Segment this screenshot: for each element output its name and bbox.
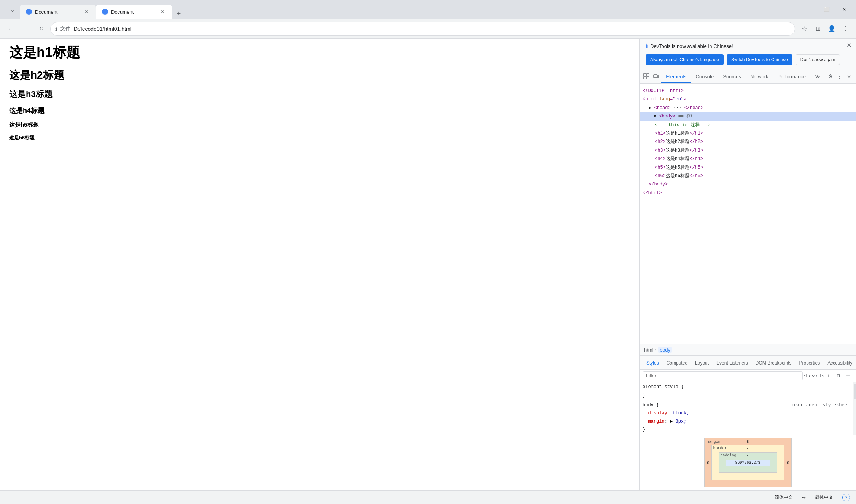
notification-close-button[interactable]: ✕ — [846, 42, 851, 49]
dom-line-h6[interactable]: <h6>这是h6标题</h6> — [640, 172, 856, 180]
styles-tab-event-listeners[interactable]: Event Listeners — [713, 357, 752, 369]
styles-tab-properties[interactable]: Properties — [796, 357, 824, 369]
extensions-button[interactable]: ⊞ — [812, 23, 824, 35]
heading-h6: 这是h6标题 — [9, 135, 630, 141]
hov-button[interactable]: :hov — [804, 371, 813, 380]
dom-line-h1[interactable]: <h1>这是h1标题</h1> — [640, 129, 856, 138]
breadcrumb-html[interactable]: html — [644, 347, 654, 353]
menu-button[interactable]: ⋮ — [839, 23, 851, 35]
margin-right-value: 8 — [786, 461, 789, 465]
content-size: 869×263.273 — [735, 461, 760, 465]
address-info-icon: ℹ — [55, 26, 57, 32]
svg-rect-5 — [657, 76, 659, 77]
margin-label: margin — [707, 440, 721, 444]
dom-line-html-close[interactable]: </html> — [640, 189, 856, 197]
back-button[interactable]: ← — [5, 23, 17, 35]
forward-button[interactable]: → — [20, 23, 32, 35]
content-area: 这是h1标题 这是h2标题 这是h3标题 这是h4标题 这是h5标题 这是h6标… — [0, 39, 856, 490]
new-tab-button[interactable]: + — [173, 8, 184, 19]
devtools-tabs: Elements Console Sources Network Perform… — [661, 69, 825, 83]
dom-line-head[interactable]: ▶ <head> ··· </head> — [640, 104, 856, 112]
svg-rect-0 — [644, 74, 646, 76]
status-bar: 简体中文 ⇔ 简体中文 ? — [0, 490, 856, 504]
tab-console[interactable]: Console — [691, 70, 719, 83]
box-model-container: margin 8 8 - 8 border - paddin — [640, 435, 856, 490]
svg-rect-1 — [647, 74, 649, 76]
margin-top-value: 8 — [746, 440, 749, 444]
padding-label: padding — [721, 453, 737, 458]
device-icon — [653, 73, 659, 79]
status-arrow: ⇔ — [802, 495, 806, 500]
dom-line-html[interactable]: <html lang="en"> — [640, 95, 856, 103]
dont-show-again-button[interactable]: Don't show again — [796, 54, 840, 65]
box-border: border - padding - 869×263.273 — [711, 445, 784, 480]
status-help[interactable]: ? — [842, 494, 850, 501]
dom-line-h3[interactable]: <h3>这是h3标题</h3> — [640, 146, 856, 155]
maximize-button[interactable]: ⬜ — [818, 2, 835, 17]
address-bar[interactable]: ℹ 文件 D:/fecode01/html01.html — [50, 22, 795, 36]
reload-button[interactable]: ↻ — [35, 23, 47, 35]
filter-input[interactable] — [643, 371, 803, 380]
close-button[interactable]: ✕ — [835, 2, 853, 17]
tab-1-close[interactable]: ✕ — [83, 8, 90, 15]
devtools-notification: ℹ DevTools is now available in Chinese! … — [640, 39, 856, 69]
box-margin: margin 8 8 - 8 border - paddin — [704, 438, 792, 487]
bookmark-button[interactable]: ☆ — [798, 23, 810, 35]
styles-scrollbar[interactable] — [853, 382, 856, 435]
tab-elements[interactable]: Elements — [661, 70, 691, 83]
tab-performance[interactable]: Performance — [773, 70, 810, 83]
dom-line-doctype[interactable]: <!DOCTYPE html> — [640, 87, 856, 95]
tab-list-btn[interactable]: ⌄ — [6, 3, 18, 16]
window-controls: – ⬜ ✕ — [800, 2, 853, 17]
computed-sidebar-button[interactable]: ☰ — [844, 371, 853, 380]
styles-tab-styles[interactable]: Styles — [643, 357, 663, 369]
minimize-button[interactable]: – — [800, 2, 818, 17]
tab-1-title: Document — [35, 9, 80, 15]
breadcrumb-body[interactable]: body — [658, 347, 672, 353]
tab-more[interactable]: ≫ — [810, 70, 825, 83]
dom-line-h4[interactable]: <h4>这是h4标题</h4> — [640, 155, 856, 163]
address-text: D:/fecode01/html01.html — [74, 26, 790, 32]
inspect-icon — [643, 73, 649, 79]
device-toolbar-button[interactable] — [652, 71, 660, 82]
inspect-element-button[interactable] — [643, 71, 651, 82]
cls-button[interactable]: .cls — [814, 371, 823, 380]
switch-to-chinese-button[interactable]: Switch DevTools to Chinese — [727, 54, 792, 65]
styles-tab-layout[interactable]: Layout — [691, 357, 713, 369]
devtools-more-button[interactable]: ⋮ — [836, 71, 844, 82]
heading-h5: 这是h5标题 — [9, 121, 630, 128]
dom-line-h2[interactable]: <h2>这是h2标题</h2> — [640, 138, 856, 146]
styles-tab-accessibility[interactable]: Accessibility — [824, 357, 856, 369]
status-lang1: 简体中文 — [775, 494, 793, 501]
styles-content: element.style { } body { user agent styl… — [640, 382, 853, 435]
navigation-bar: ← → ↻ ℹ 文件 D:/fecode01/html01.html ☆ ⊞ 👤… — [0, 19, 856, 39]
svg-rect-3 — [647, 77, 649, 79]
tab-network[interactable]: Network — [746, 70, 773, 83]
devtools-close-button[interactable]: ✕ — [845, 71, 853, 82]
tab-1[interactable]: Document ✕ — [20, 5, 96, 19]
add-style-button[interactable]: + — [824, 371, 833, 380]
tab-2-title: Document — [111, 9, 156, 15]
dom-line-h5[interactable]: <h5>这是h5标题</h5> — [640, 163, 856, 172]
file-protocol-label: 文件 — [60, 25, 71, 32]
title-bar: ⌄ Document ✕ Document ✕ + – ⬜ ✕ — [0, 0, 856, 19]
toggle-view-button[interactable]: ⊡ — [834, 371, 843, 380]
notification-buttons: Always match Chrome's language Switch De… — [646, 54, 850, 65]
dom-line-body[interactable]: ··· ▼ <body> == $0 — [640, 112, 856, 120]
tab-sources[interactable]: Sources — [718, 70, 746, 83]
page-content: 这是h1标题 这是h2标题 这是h3标题 这是h4标题 这是h5标题 这是h6标… — [0, 39, 639, 490]
dom-line-body-close[interactable]: </body> — [640, 180, 856, 189]
scrollbar-thumb — [854, 384, 856, 399]
css-block-body: body { user agent stylesheet display: bl… — [640, 401, 853, 435]
devtools-settings-button[interactable]: ⚙ — [826, 71, 834, 82]
styles-tab-computed[interactable]: Computed — [663, 357, 691, 369]
heading-h2: 这是h2标题 — [9, 68, 630, 82]
dom-line-comment[interactable]: <!-- this is 注释 --> — [640, 121, 856, 129]
svg-rect-4 — [654, 75, 657, 78]
tab-2-close[interactable]: ✕ — [159, 8, 166, 15]
styles-tab-dom-breakpoints[interactable]: DOM Breakpoints — [752, 357, 796, 369]
tab-2[interactable]: Document ✕ — [96, 5, 172, 19]
profile-button[interactable]: 👤 — [826, 23, 838, 35]
box-model: margin 8 8 - 8 border - paddin — [704, 438, 792, 487]
match-language-button[interactable]: Always match Chrome's language — [646, 54, 724, 65]
